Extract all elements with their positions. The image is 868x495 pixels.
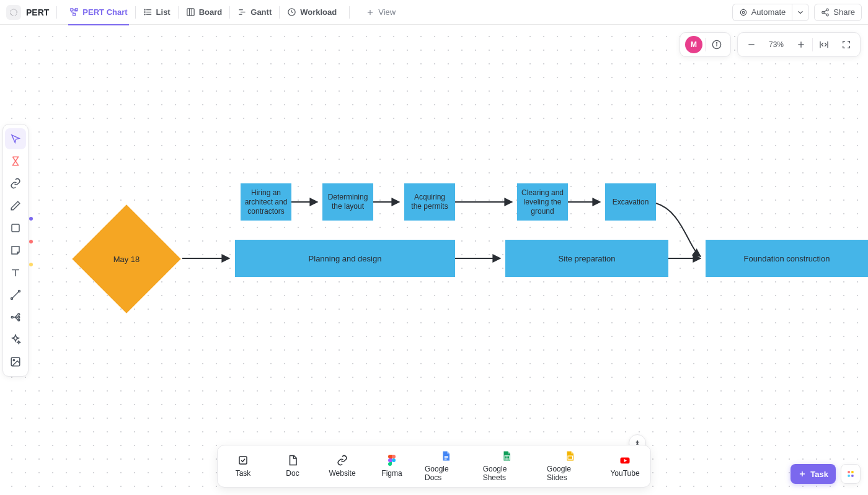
svg-point-34 (18, 313, 20, 315)
zoom-out-button[interactable] (740, 33, 763, 56)
svg-point-36 (18, 319, 20, 321)
tool-text[interactable] (5, 262, 26, 283)
svg-rect-66 (848, 471, 850, 473)
insert-website[interactable]: Website (326, 455, 359, 478)
pert-chart-icon (69, 7, 79, 17)
node-layout[interactable]: Determining the layout (322, 183, 373, 221)
zoom-in-button[interactable] (790, 33, 812, 56)
color-dot-red (29, 240, 33, 243)
node-start-diamond[interactable]: May 18 (72, 204, 180, 313)
figma-icon (386, 455, 397, 466)
node-hiring[interactable]: Hiring an architect and contractors (241, 183, 291, 221)
node-label: Hiring an architect and contractors (244, 188, 288, 216)
insert-label: Figma (381, 469, 402, 478)
zoom-group: 73% (737, 32, 861, 57)
avatar[interactable]: M (685, 36, 702, 53)
info-button[interactable] (706, 33, 728, 56)
tab-label: Gantt (250, 7, 272, 17)
tool-image[interactable] (5, 351, 26, 372)
node-permits[interactable]: Acquiring the permits (404, 183, 455, 221)
node-foundation[interactable]: Foundation construction (706, 240, 868, 277)
separator (56, 6, 57, 19)
zoom-value: 73% (763, 40, 790, 49)
tool-select[interactable] (5, 128, 26, 149)
tool-pen[interactable] (5, 195, 26, 216)
node-label: Acquiring the permits (408, 193, 451, 211)
automate-dropdown-button[interactable] (792, 4, 809, 21)
svg-point-35 (18, 317, 20, 318)
gsheets-icon (501, 450, 512, 462)
tool-mindmap[interactable] (5, 307, 26, 328)
tab-label: Workload (300, 7, 337, 17)
add-view-label: View (378, 7, 396, 17)
node-label: Clearing and leveling the ground (521, 188, 564, 216)
bottom-right-actions: Task (790, 464, 861, 484)
node-label: Foundation construction (744, 254, 830, 263)
plus-icon (366, 8, 374, 17)
tool-task[interactable] (5, 151, 26, 172)
svg-rect-28 (12, 224, 19, 232)
node-site[interactable]: Site preparation (505, 240, 668, 277)
insert-label: Task (236, 469, 251, 478)
board-icon (186, 7, 195, 17)
share-button[interactable]: Share (814, 4, 862, 21)
new-task-button[interactable]: Task (790, 464, 836, 484)
svg-point-24 (822, 11, 825, 14)
insert-task[interactable]: Task (226, 455, 260, 478)
share-icon (821, 8, 830, 17)
canvas-controls: M 73% (680, 32, 861, 57)
tool-sticky[interactable] (5, 240, 26, 261)
tool-ai[interactable] (5, 329, 26, 350)
insert-gdocs[interactable]: Google Docs (425, 450, 467, 482)
tab-list[interactable]: List (136, 0, 178, 25)
apps-button[interactable] (841, 464, 861, 484)
svg-point-19 (742, 11, 745, 14)
tool-link[interactable] (5, 173, 26, 194)
tab-board[interactable]: Board (179, 0, 230, 25)
insert-gslides[interactable]: Google Slides (547, 450, 592, 482)
tab-label: Board (199, 7, 223, 17)
fit-width-button[interactable] (813, 33, 835, 56)
insert-figma[interactable]: Figma (375, 455, 409, 478)
youtube-icon (619, 455, 631, 466)
svg-point-25 (826, 14, 829, 16)
insert-label: Google Sheets (483, 465, 531, 482)
node-clearing[interactable]: Clearing and leveling the ground (517, 183, 568, 221)
tool-connector[interactable] (5, 284, 26, 305)
task-icon (237, 455, 249, 466)
insert-doc[interactable]: Doc (276, 455, 309, 478)
insert-label: Website (329, 469, 355, 478)
tab-gantt[interactable]: Gantt (230, 0, 279, 25)
node-excavation[interactable]: Excavation (605, 183, 656, 221)
node-start-label: May 18 (88, 221, 165, 297)
insert-label: Google Slides (547, 465, 592, 482)
tab-workload[interactable]: Workload (280, 0, 344, 25)
tab-label: List (156, 7, 170, 17)
plus-icon (798, 470, 807, 478)
svg-line-27 (824, 12, 826, 14)
doc-icon (287, 455, 298, 466)
workload-icon (287, 7, 296, 17)
new-task-label: Task (810, 470, 828, 479)
svg-line-26 (824, 10, 826, 11)
chevron-down-icon (796, 8, 805, 17)
svg-rect-1 (71, 9, 73, 11)
tab-pert-chart[interactable]: PERT Chart (62, 0, 135, 25)
apps-icon (846, 470, 855, 478)
tool-shape[interactable] (5, 217, 26, 239)
svg-point-9 (144, 14, 144, 15)
color-dot-yellow (29, 263, 33, 266)
svg-point-23 (826, 9, 829, 11)
app-icon (6, 5, 21, 20)
fullscreen-button[interactable] (835, 33, 857, 56)
insert-youtube[interactable]: YouTube (608, 455, 642, 478)
tab-label: PERT Chart (82, 7, 127, 17)
share-label: Share (833, 7, 855, 17)
svg-rect-56 (445, 457, 448, 458)
add-view-button[interactable]: View (358, 4, 403, 21)
insert-gsheets[interactable]: Google Sheets (483, 450, 531, 482)
automate-button[interactable]: Automate (732, 4, 792, 21)
automate-icon (739, 8, 748, 17)
gdocs-icon (440, 450, 451, 462)
node-planning[interactable]: Planning and design (235, 240, 455, 277)
